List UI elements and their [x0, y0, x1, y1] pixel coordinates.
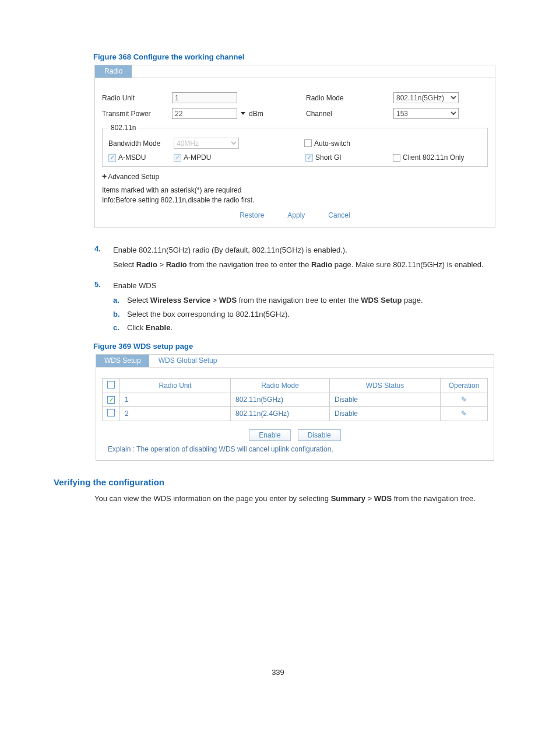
cancel-button[interactable]: Cancel: [328, 211, 350, 219]
step-5a-text: Select Wireless Service > WDS from the n…: [127, 295, 423, 306]
row-1-unit: 1: [120, 393, 231, 407]
channel-select[interactable]: 153: [393, 108, 459, 119]
restore-button[interactable]: Restore: [240, 211, 264, 219]
label-radio-unit: Radio Unit: [102, 94, 172, 102]
step-4-text: Select Radio > Radio from the navigation…: [113, 259, 502, 271]
col-operation: Operation: [441, 378, 488, 393]
tab-radio[interactable]: Radio: [95, 65, 132, 78]
row-2-mode: 802.11n(2.4GHz): [231, 407, 330, 421]
advanced-setup-toggle[interactable]: +Advanced Setup: [102, 172, 488, 181]
step-4-title: Enable 802.11n(5GHz) radio (By default, …: [113, 244, 502, 256]
wds-table: Radio Unit Radio Mode WDS Status Operati…: [102, 378, 488, 422]
note-info: Info:Before setting 802.11n,disable the …: [102, 195, 488, 205]
row-1-checkbox[interactable]: [107, 396, 115, 404]
wds-tabbar: WDS Setup WDS Global Setup: [96, 355, 494, 368]
step-5c-text: Click Enable.: [127, 322, 173, 334]
label-ampdu: A-MPDU: [184, 153, 211, 162]
amsdu-checkbox[interactable]: [108, 154, 116, 162]
label-dbm: dBm: [249, 110, 263, 118]
verifying-heading: Verifying the configuration: [54, 477, 502, 487]
disable-button[interactable]: Disable: [298, 429, 341, 441]
note-required: Items marked with an asterisk(*) are req…: [102, 186, 488, 195]
step-5c-letter: c.: [113, 322, 127, 334]
step-5-number: 5.: [94, 280, 113, 336]
80211n-fieldset: 802.11n Bandwidth Mode 40MHz Auto-switch…: [102, 124, 488, 167]
row-1-status: Disable: [330, 393, 441, 407]
bandwidth-mode-select[interactable]: 40MHz: [174, 138, 239, 149]
row-2-unit: 2: [120, 407, 231, 421]
label-transmit-power: Transmit Power: [102, 110, 172, 118]
row-2-edit-icon[interactable]: ✎: [461, 410, 467, 418]
wds-explain-text: Explain : The operation of disabling WDS…: [102, 443, 488, 460]
col-radio-unit: Radio Unit: [120, 378, 231, 393]
client-n-only-checkbox[interactable]: [393, 154, 400, 162]
transmit-power-input[interactable]: [172, 108, 237, 119]
table-row: 1 802.11n(5GHz) Disable ✎: [103, 393, 488, 407]
chevron-down-icon[interactable]: [241, 112, 245, 115]
apply-button[interactable]: Apply: [287, 211, 305, 219]
label-autoswitch: Auto-switch: [314, 139, 350, 148]
plus-icon: +: [102, 172, 107, 181]
col-radio-mode: Radio Mode: [231, 378, 330, 393]
wds-setup-panel: WDS Setup WDS Global Setup Radio Unit Ra…: [96, 354, 494, 461]
row-1-edit-icon[interactable]: ✎: [461, 396, 467, 404]
autoswitch-checkbox[interactable]: [304, 139, 312, 147]
label-amsdu: A-MSDU: [118, 153, 146, 162]
figure-369-caption: Figure 369 WDS setup page: [93, 342, 502, 351]
page-number: 339: [54, 668, 502, 677]
tab-wds-global-setup[interactable]: WDS Global Setup: [149, 355, 227, 367]
figure-368-caption: Figure 368 Configure the working channel: [93, 52, 502, 61]
label-client-n-only: Client 802.11n Only: [403, 153, 464, 162]
row-2-checkbox[interactable]: [107, 409, 115, 416]
row-1-mode: 802.11n(5GHz): [231, 393, 330, 407]
select-all-checkbox[interactable]: [107, 381, 115, 388]
radio-tabbar: Radio: [95, 65, 495, 78]
table-row: 2 802.11n(2.4GHz) Disable ✎: [103, 407, 488, 421]
shortgi-checkbox[interactable]: [305, 154, 313, 162]
label-channel: Channel: [306, 110, 393, 118]
label-radio-mode: Radio Mode: [306, 94, 393, 102]
step-5a-letter: a.: [113, 295, 127, 306]
step-4-number: 4.: [94, 244, 113, 274]
row-2-status: Disable: [330, 407, 441, 421]
label-shortgi: Short GI: [315, 153, 342, 162]
label-bandwidth-mode: Bandwidth Mode: [108, 139, 174, 148]
tab-wds-setup[interactable]: WDS Setup: [96, 355, 149, 367]
col-wds-status: WDS Status: [330, 378, 441, 393]
enable-button[interactable]: Enable: [249, 429, 290, 441]
ampdu-checkbox[interactable]: [174, 154, 181, 162]
legend-80211n: 802.11n: [108, 124, 138, 132]
verifying-text: You can view the WDS information on the …: [94, 493, 502, 505]
step-5-title: Enable WDS: [113, 280, 502, 292]
step-5b-text: Select the box corresponding to 802.11n(…: [127, 309, 290, 320]
radio-unit-input[interactable]: [172, 92, 237, 103]
step-5b-letter: b.: [113, 309, 127, 320]
radio-config-panel: Radio Radio Unit Radio Mode 802.11n(5GHz…: [94, 65, 495, 228]
radio-mode-select[interactable]: 802.11n(5GHz): [393, 92, 459, 103]
